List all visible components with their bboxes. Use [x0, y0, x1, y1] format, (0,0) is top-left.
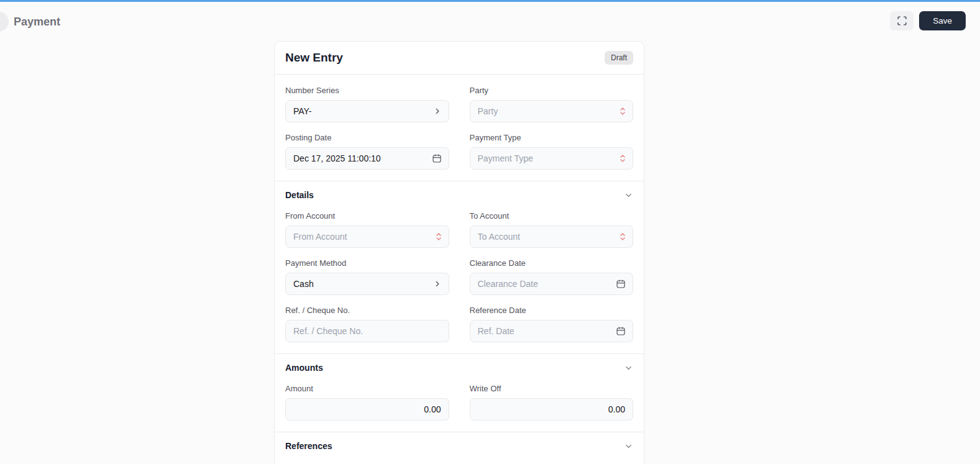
- reference-date-input[interactable]: [478, 326, 612, 336]
- to-account-select[interactable]: [470, 225, 634, 248]
- field-label: Write Off: [470, 384, 634, 393]
- to-account-input[interactable]: [478, 232, 612, 242]
- write-off-input[interactable]: [478, 404, 626, 414]
- entry-title: New Entry: [285, 51, 343, 65]
- chevron-down-icon[interactable]: [624, 191, 633, 200]
- ref-cheque-no-control[interactable]: [285, 320, 449, 342]
- payment-type-input[interactable]: [478, 153, 612, 163]
- clearance-date-input[interactable]: [478, 279, 612, 289]
- field-label: Clearance Date: [470, 258, 634, 268]
- chevron-right-icon: [433, 107, 442, 116]
- field-to-account: To Account: [470, 211, 634, 248]
- sorter-updown-icon: [436, 232, 442, 242]
- field-posting-date: Posting Date Dec 17, 2025 11:00:10: [285, 133, 449, 170]
- payment-method-control[interactable]: Cash: [285, 273, 449, 295]
- amount-control[interactable]: [285, 398, 449, 421]
- number-series-control[interactable]: PAY-: [285, 100, 449, 122]
- fullscreen-button[interactable]: [890, 11, 914, 30]
- calendar-icon: [432, 153, 442, 163]
- entry-form-card: New Entry Draft Number Series PAY- Party: [274, 41, 644, 464]
- posting-date-control[interactable]: Dec 17, 2025 11:00:10: [285, 147, 449, 170]
- field-payment-type: Payment Type: [470, 133, 634, 170]
- field-clearance-date: Clearance Date: [470, 258, 634, 295]
- ref-cheque-no-input[interactable]: [293, 326, 428, 336]
- field-label: From Account: [285, 211, 449, 221]
- field-label: Reference Date: [470, 306, 634, 315]
- number-series-value: PAY-: [293, 106, 311, 116]
- posting-date-value: Dec 17, 2025 11:00:10: [293, 153, 381, 163]
- page-title: Payment: [14, 16, 60, 29]
- field-from-account: From Account: [285, 211, 449, 248]
- party-input[interactable]: [478, 106, 612, 116]
- section-amounts-header[interactable]: Amounts: [275, 354, 644, 373]
- header-actions: Save: [890, 11, 966, 30]
- field-label: Amount: [285, 384, 449, 393]
- write-off-control[interactable]: [470, 398, 634, 421]
- field-label: Posting Date: [285, 133, 449, 142]
- field-party: Party: [470, 86, 634, 122]
- section-title: References: [285, 441, 332, 451]
- status-badge: Draft: [605, 51, 633, 65]
- field-reference-date: Reference Date: [470, 306, 634, 342]
- field-label: Number Series: [285, 86, 449, 95]
- field-write-off: Write Off: [470, 384, 634, 421]
- calendar-icon: [616, 279, 626, 289]
- section-references-header[interactable]: References: [275, 432, 644, 451]
- sorter-updown-icon: [620, 107, 626, 116]
- entry-form-header: New Entry Draft: [275, 42, 644, 74]
- clearance-date-control[interactable]: [470, 273, 634, 295]
- payment-method-value: Cash: [293, 279, 314, 289]
- amount-input[interactable]: [293, 404, 441, 414]
- field-amount: Amount: [285, 384, 449, 421]
- section-details: From Account To Account Payment Method C…: [275, 200, 644, 353]
- field-label: Party: [470, 86, 634, 95]
- scan-corners-icon: [897, 16, 907, 26]
- field-label: To Account: [470, 211, 634, 221]
- calendar-icon: [616, 326, 626, 336]
- chevron-down-icon[interactable]: [624, 442, 633, 451]
- sorter-updown-icon: [620, 154, 626, 163]
- sorter-updown-icon: [620, 232, 626, 242]
- from-account-input[interactable]: [293, 232, 428, 242]
- section-main: Number Series PAY- Party Posting Date De…: [275, 75, 644, 181]
- field-ref-cheque-no: Ref. / Cheque No.: [285, 306, 449, 342]
- section-amounts: Amount Write Off: [275, 373, 644, 432]
- reference-date-control[interactable]: [470, 320, 634, 342]
- payment-type-select[interactable]: [470, 147, 634, 170]
- from-account-select[interactable]: [285, 225, 449, 248]
- field-number-series: Number Series PAY-: [285, 86, 449, 122]
- chevron-right-icon: [433, 280, 442, 288]
- section-title: Details: [285, 190, 314, 200]
- field-label: Payment Type: [470, 133, 634, 142]
- header-bar: Payment Save: [0, 2, 980, 41]
- section-details-header[interactable]: Details: [275, 181, 644, 200]
- back-button[interactable]: [0, 12, 9, 32]
- party-select[interactable]: [470, 100, 634, 122]
- chevron-down-icon[interactable]: [624, 363, 633, 373]
- field-label: Payment Method: [285, 258, 449, 268]
- field-payment-method: Payment Method Cash: [285, 258, 449, 295]
- field-label: Ref. / Cheque No.: [285, 306, 449, 315]
- save-button[interactable]: Save: [919, 11, 966, 30]
- section-title: Amounts: [285, 363, 323, 373]
